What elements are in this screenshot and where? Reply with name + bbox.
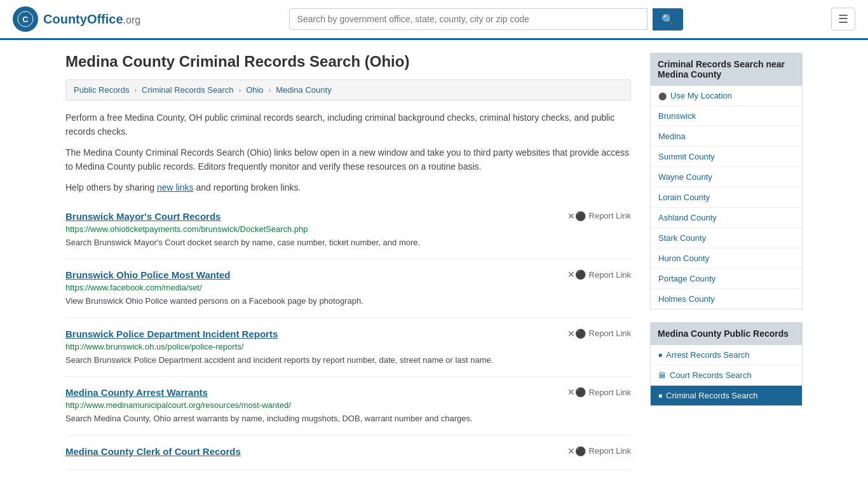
breadcrumb-sep-2: › — [238, 85, 241, 95]
public-record-link[interactable]: ■ Criminal Records Search — [651, 386, 802, 405]
record-item: Medina County Clerk of Court Records ✕⚫ … — [65, 436, 631, 470]
records-list: Brunswick Mayor's Court Records ✕⚫ Repor… — [65, 201, 631, 470]
record-title[interactable]: Medina County Arrest Warrants — [65, 387, 208, 398]
sidebar-nearby-item: Brunswick — [651, 106, 802, 126]
logo-office: Office — [87, 12, 123, 26]
sidebar-nearby-item: Huron County — [651, 248, 802, 269]
sidebar-county-link[interactable]: Stark County — [651, 228, 802, 248]
nearby-links-list: ⬤ Use My LocationBrunswickMedinaSummit C… — [650, 86, 803, 309]
report-link[interactable]: ✕⚫ Report Link — [567, 387, 631, 397]
sidebar-county-link[interactable]: Huron County — [651, 248, 802, 268]
public-record-link[interactable]: 🏛 Court Records Search — [651, 365, 802, 385]
logo-icon: C — [13, 6, 38, 32]
breadcrumb-sep-1: › — [134, 85, 137, 95]
sidebar-nearby-item: Portage County — [651, 269, 802, 289]
square-icon: ■ — [658, 351, 662, 358]
use-my-location-link[interactable]: ⬤ Use My Location — [651, 86, 802, 105]
report-link[interactable]: ✕⚫ Report Link — [567, 446, 631, 456]
intro-text-1: Perform a free Medina County, OH public … — [65, 111, 631, 139]
record-title[interactable]: Brunswick Ohio Police Most Wanted — [65, 269, 230, 280]
report-icon: ✕⚫ — [567, 329, 586, 339]
breadcrumb-ohio[interactable]: Ohio — [246, 85, 263, 95]
record-desc: Search Brunswick Mayor's Court docket se… — [65, 236, 631, 249]
sidebar-nearby-item: Summit County — [651, 147, 802, 167]
sidebar-county-link[interactable]: Summit County — [651, 147, 802, 166]
report-icon: ✕⚫ — [567, 446, 586, 456]
report-link-label: Report Link — [589, 211, 631, 220]
logo-county: County — [43, 12, 87, 26]
report-icon: ✕⚫ — [567, 269, 586, 280]
square-icon: ■ — [658, 392, 662, 399]
sidebar-public-record-item: ■ Criminal Records Search — [651, 386, 802, 405]
search-icon: 🔍 — [661, 14, 674, 25]
record-item: Medina County Arrest Warrants ✕⚫ Report … — [65, 377, 631, 436]
record-item: Brunswick Ohio Police Most Wanted ✕⚫ Rep… — [65, 259, 631, 318]
sidebar-county-link[interactable]: Portage County — [651, 269, 802, 288]
intro-text-3: Help others by sharing new links and rep… — [65, 180, 631, 194]
page-title: Medina County Criminal Records Search (O… — [65, 53, 631, 71]
search-area: 🔍 — [289, 8, 683, 30]
breadcrumb-public-records[interactable]: Public Records — [74, 85, 129, 95]
sidebar-nearby-item: ⬤ Use My Location — [651, 86, 802, 106]
main-container: Medina County Criminal Records Search (O… — [53, 40, 815, 483]
new-links-link[interactable]: new links — [157, 182, 194, 193]
record-url: https://www.ohioticketpayments.com/bruns… — [65, 224, 631, 234]
report-link[interactable]: ✕⚫ Report Link — [567, 269, 631, 280]
report-link[interactable]: ✕⚫ Report Link — [567, 211, 631, 221]
record-desc: View Brunswick Ohio Police wanted person… — [65, 295, 631, 308]
sidebar-nearby-item: Medina — [651, 126, 802, 147]
record-url: https://www.facebook.com/media/set/ — [65, 283, 631, 292]
menu-button[interactable]: ☰ — [831, 8, 855, 30]
logo-text: CountyOffice.org — [43, 12, 140, 27]
hamburger-icon: ☰ — [838, 13, 848, 25]
building-icon: 🏛 — [658, 371, 666, 380]
sidebar-section-title-2: Medina County Public Records — [650, 322, 803, 345]
sidebar-nearby-item: Ashland County — [651, 208, 802, 228]
sidebar-county-link[interactable]: Lorain County — [651, 187, 802, 207]
record-title[interactable]: Medina County Clerk of Court Records — [65, 446, 241, 457]
intro3-suffix: and reporting broken links. — [194, 182, 301, 193]
sidebar: Criminal Records Search near Medina Coun… — [650, 53, 803, 470]
record-item: Brunswick Police Department Incident Rep… — [65, 318, 631, 377]
breadcrumb-medina-county[interactable]: Medina County — [276, 85, 331, 95]
record-desc: Search Medina County, Ohio arrest warran… — [65, 412, 631, 425]
sidebar-section-title-1: Criminal Records Search near Medina Coun… — [650, 53, 803, 86]
sidebar-county-link[interactable]: Wayne County — [651, 167, 802, 187]
report-link-label: Report Link — [589, 329, 631, 338]
search-button[interactable]: 🔍 — [653, 8, 683, 30]
public-records-list: ■ Arrest Records Search🏛 Court Records S… — [650, 345, 803, 406]
intro3-prefix: Help others by sharing — [65, 182, 157, 193]
search-input[interactable] — [289, 8, 648, 30]
sidebar-county-link[interactable]: Medina — [651, 126, 802, 146]
record-desc: Search Brunswick Police Department accid… — [65, 354, 631, 367]
sidebar-nearby-item: Holmes County — [651, 289, 802, 309]
location-icon: ⬤ — [658, 92, 667, 100]
site-header: C CountyOffice.org 🔍 ☰ — [0, 0, 868, 40]
report-link[interactable]: ✕⚫ Report Link — [567, 329, 631, 339]
sidebar-county-link[interactable]: Brunswick — [651, 106, 802, 126]
sidebar-nearby-item: Wayne County — [651, 167, 802, 187]
record-item: Brunswick Mayor's Court Records ✕⚫ Repor… — [65, 201, 631, 260]
content-area: Medina County Criminal Records Search (O… — [65, 53, 631, 470]
sidebar-nearby-item: Lorain County — [651, 187, 802, 208]
sidebar-county-link[interactable]: Holmes County — [651, 289, 802, 309]
report-icon: ✕⚫ — [567, 211, 586, 221]
intro-text-2: The Medina County Criminal Records Searc… — [65, 146, 631, 174]
report-link-label: Report Link — [589, 270, 631, 280]
breadcrumb-sep-3: › — [268, 85, 271, 95]
record-url: http://www.medinamunicipalcourt.org/reso… — [65, 400, 631, 410]
sidebar-public-record-item: 🏛 Court Records Search — [651, 365, 802, 386]
report-link-label: Report Link — [589, 446, 631, 456]
record-title[interactable]: Brunswick Police Department Incident Rep… — [65, 329, 278, 339]
record-title[interactable]: Brunswick Mayor's Court Records — [65, 211, 220, 222]
sidebar-county-link[interactable]: Ashland County — [651, 208, 802, 227]
sidebar-nearby-item: Stark County — [651, 228, 802, 248]
report-icon: ✕⚫ — [567, 387, 586, 397]
svg-text:C: C — [22, 15, 29, 24]
breadcrumb-criminal-records[interactable]: Criminal Records Search — [142, 85, 234, 95]
report-link-label: Report Link — [589, 388, 631, 397]
public-record-link[interactable]: ■ Arrest Records Search — [651, 345, 802, 365]
record-url: http://www.brunswick.oh.us/police/police… — [65, 342, 631, 351]
breadcrumb: Public Records › Criminal Records Search… — [65, 79, 631, 100]
sidebar-public-record-item: ■ Arrest Records Search — [651, 345, 802, 365]
